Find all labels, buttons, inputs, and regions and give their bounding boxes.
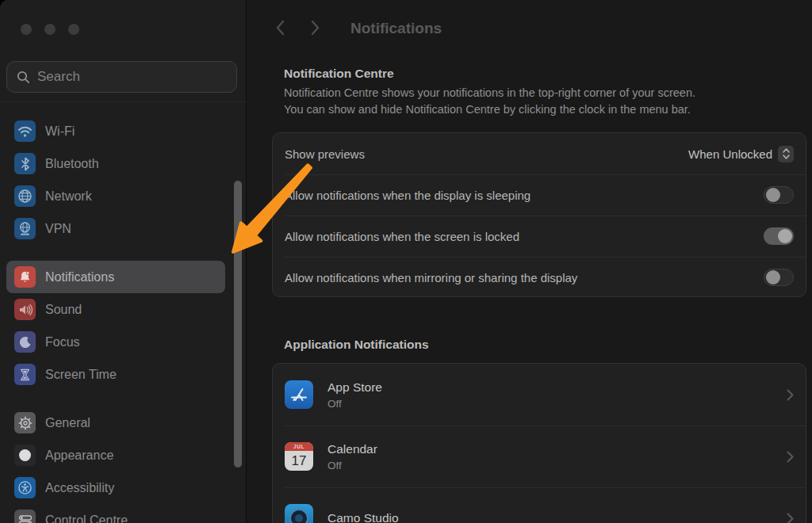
- gear-icon: [14, 412, 36, 433]
- zoom-window-button[interactable]: [68, 24, 79, 35]
- sidebar: Search Wi-Fi: [0, 0, 247, 523]
- show-previews-select[interactable]: When Unlocked: [688, 146, 794, 162]
- sidebar-item-label: Notifications: [45, 270, 114, 284]
- display-sleeping-toggle[interactable]: [764, 186, 794, 204]
- sidebar-item-label: VPN: [45, 222, 71, 236]
- calendar-icon: JUL 17: [285, 442, 313, 471]
- sidebar-item-sound[interactable]: Sound: [6, 293, 225, 326]
- sidebar-item-wifi[interactable]: Wi-Fi: [6, 115, 225, 147]
- sidebar-item-appearance[interactable]: Appearance: [6, 439, 225, 471]
- sidebar-item-general[interactable]: General: [6, 407, 225, 439]
- sidebar-item-bluetooth[interactable]: Bluetooth: [6, 147, 225, 180]
- bluetooth-icon: [14, 153, 36, 174]
- system-settings-window: Search Wi-Fi: [0, 0, 812, 523]
- page-title: Notifications: [350, 20, 442, 37]
- wifi-icon: [14, 120, 36, 142]
- bell-icon: [14, 266, 36, 288]
- accessibility-icon: [14, 477, 36, 498]
- sidebar-item-label: Appearance: [45, 449, 113, 463]
- sidebar-list: Wi-Fi Bluetooth: [6, 115, 240, 523]
- show-previews-row: Show previews When Unlocked: [273, 133, 806, 174]
- screen-locked-row: Allow notifications when the screen is l…: [273, 216, 806, 257]
- show-previews-label: Show previews: [285, 147, 688, 161]
- sidebar-item-label: Control Centre: [45, 513, 128, 523]
- sidebar-item-accessibility[interactable]: Accessibility: [6, 471, 225, 504]
- display-sleeping-row: Allow notifications when the display is …: [273, 174, 806, 216]
- sidebar-item-network[interactable]: Network: [6, 180, 225, 212]
- chevron-right-icon: [787, 451, 794, 463]
- notification-centre-description: Notification Centre shows your notificat…: [284, 85, 695, 118]
- sidebar-item-screen-time[interactable]: Screen Time: [6, 358, 225, 391]
- globe-icon: [14, 185, 36, 207]
- notification-centre-group: Show previews When Unlocked Allow notifi…: [272, 132, 806, 297]
- close-window-button[interactable]: [21, 24, 32, 35]
- app-name: App Store: [327, 380, 787, 395]
- speaker-icon: [14, 299, 36, 320]
- camo-studio-icon: [285, 504, 313, 523]
- app-row-app-store[interactable]: App Store Off: [273, 364, 806, 426]
- minimize-window-button[interactable]: [44, 24, 56, 35]
- chevron-right-icon: [787, 513, 794, 523]
- back-button[interactable]: [275, 20, 285, 36]
- mirroring-toggle[interactable]: [764, 269, 794, 286]
- sidebar-item-label: General: [45, 416, 90, 430]
- app-name: Camo Studio: [327, 511, 787, 523]
- mirroring-label: Allow notifications when mirroring or sh…: [285, 271, 764, 284]
- sidebar-item-label: Focus: [45, 335, 80, 349]
- notification-centre-section-title: Notification Centre: [284, 67, 394, 81]
- search-icon: [17, 71, 30, 84]
- window-controls: [21, 24, 79, 35]
- appearance-icon: [14, 445, 36, 466]
- sidebar-item-label: Wi-Fi: [45, 124, 75, 139]
- app-row-calendar[interactable]: JUL 17 Calendar Off: [273, 426, 806, 487]
- hourglass-icon: [14, 364, 36, 385]
- display-sleeping-label: Allow notifications when the display is …: [285, 189, 764, 202]
- sidebar-item-label: Bluetooth: [45, 157, 99, 171]
- screen-locked-toggle[interactable]: [764, 227, 794, 245]
- sidebar-item-control-centre[interactable]: Control Centre: [6, 504, 225, 523]
- sidebar-item-label: Sound: [45, 303, 82, 317]
- sidebar-item-notifications[interactable]: Notifications: [6, 261, 225, 293]
- main-pane: Notifications Notification Centre Notifi…: [247, 0, 812, 523]
- application-notifications-group: App Store Off JUL 17 Calendar Off: [272, 363, 806, 523]
- search-placeholder: Search: [37, 69, 80, 85]
- sidebar-divider: [0, 101, 247, 102]
- app-status: Off: [327, 398, 787, 410]
- control-centre-icon: [14, 510, 36, 523]
- sidebar-item-label: Accessibility: [45, 481, 114, 495]
- app-row-camo-studio[interactable]: Camo Studio: [273, 487, 806, 523]
- sidebar-item-label: Screen Time: [45, 368, 117, 382]
- sidebar-scrollbar[interactable]: [234, 181, 242, 468]
- application-notifications-section-title: Application Notifications: [284, 338, 429, 352]
- show-previews-value: When Unlocked: [688, 147, 772, 161]
- moon-icon: [14, 331, 36, 353]
- app-name: Calendar: [327, 442, 787, 456]
- search-input[interactable]: Search: [6, 61, 237, 93]
- chevron-up-down-icon: [778, 146, 794, 162]
- mirroring-row: Allow notifications when mirroring or sh…: [273, 257, 806, 298]
- forward-button[interactable]: [311, 20, 320, 36]
- sidebar-item-focus[interactable]: Focus: [6, 326, 225, 358]
- app-store-icon: [285, 380, 313, 409]
- sidebar-item-label: Network: [45, 189, 92, 204]
- screen-locked-label: Allow notifications when the screen is l…: [285, 230, 764, 243]
- sidebar-item-vpn[interactable]: VPN: [6, 212, 225, 245]
- app-status: Off: [327, 460, 787, 471]
- vpn-globe-icon: [14, 218, 36, 239]
- chevron-right-icon: [787, 389, 794, 401]
